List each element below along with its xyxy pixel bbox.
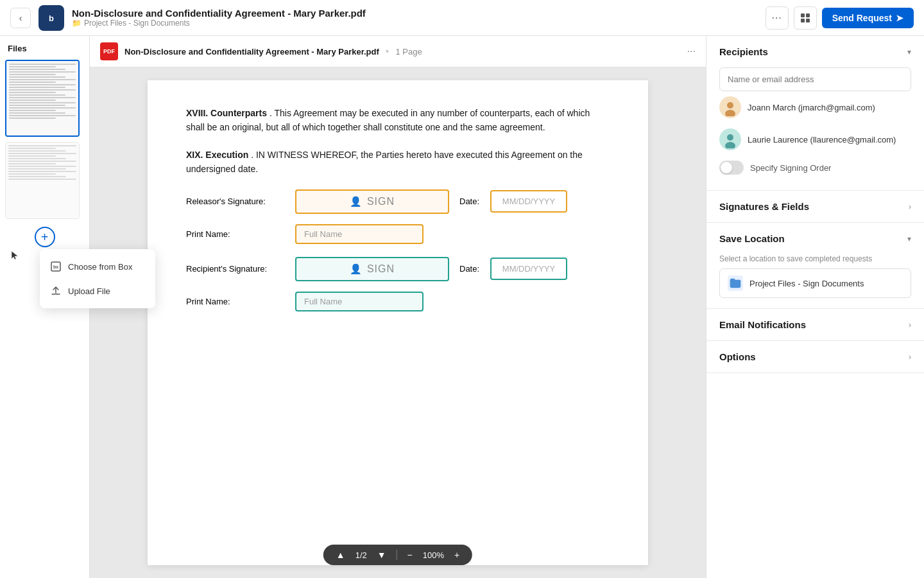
- releasor-sign-icon: 👤: [350, 196, 362, 207]
- recipients-section-header[interactable]: Recipients ▾: [706, 36, 924, 67]
- header-title-block: Non-Disclosure and Confidentiality Agree…: [72, 8, 758, 28]
- document-pages: 1 Page: [395, 47, 422, 57]
- section-19-text: XIX. Execution . IN WITNESS WHEREOF, the…: [186, 148, 610, 177]
- recipient-name-field[interactable]: Full Name: [295, 292, 424, 311]
- add-file-dropdown: bx Choose from Box Upload File: [40, 249, 155, 308]
- document-header: PDF Non-Disclosure and Confidentiality A…: [90, 36, 706, 67]
- layout-icon: [800, 13, 810, 23]
- choose-from-box-label: Choose from Box: [68, 262, 132, 272]
- next-page-button[interactable]: ▼: [375, 550, 389, 560]
- zoom-in-button[interactable]: +: [452, 550, 462, 560]
- right-panel: Recipients ▾ Joann March (jmarch@gmail.c…: [706, 36, 924, 578]
- breadcrumb: 📁 Project Files - Sign Documents: [72, 19, 758, 28]
- recipient-sign-button[interactable]: 👤 SIGN: [295, 257, 449, 281]
- releasor-print-name-label: Print Name:: [186, 229, 295, 239]
- recipient-name-1: Laurie Laurence (llaurence@gmail.com): [748, 135, 896, 144]
- document-viewer: PDF Non-Disclosure and Confidentiality A…: [90, 36, 706, 578]
- file-thumbnail-1[interactable]: [5, 60, 80, 137]
- more-options-button[interactable]: ···: [766, 6, 789, 30]
- svg-text:bx: bx: [53, 265, 58, 269]
- options-title: Options: [719, 351, 756, 362]
- cursor-arrow-icon: [10, 250, 19, 260]
- send-request-button[interactable]: Send Request ➤: [822, 8, 914, 28]
- recipient-print-name-label: Print Name:: [186, 297, 295, 306]
- releasor-signature-row: Releasor's Signature: 👤 SIGN Date: MM/DD…: [186, 189, 610, 214]
- recipients-input[interactable]: [719, 67, 911, 91]
- add-file-button[interactable]: +: [35, 227, 55, 247]
- options-chevron-icon: ›: [909, 353, 911, 362]
- svg-rect-5: [806, 19, 810, 22]
- releasor-sign-button[interactable]: 👤 SIGN: [295, 189, 449, 214]
- save-location-chevron-icon: ▾: [907, 234, 911, 243]
- email-notifications-title: Email Notifications: [719, 319, 806, 330]
- save-location-section: Save Location ▾ Select a location to sav…: [706, 223, 924, 309]
- pagination-toolbar: ▲ 1/2 ▼ − 100% +: [323, 545, 472, 565]
- save-location-value[interactable]: Project Files - Sign Documents: [719, 268, 911, 298]
- save-location-path: Project Files - Sign Documents: [749, 279, 864, 288]
- save-location-description: Select a location to save completed requ…: [719, 254, 911, 263]
- document-more-button[interactable]: ···: [687, 46, 696, 57]
- recipient-date-label: Date:: [459, 264, 485, 274]
- save-location-content: Select a location to save completed requ…: [706, 254, 924, 308]
- upload-icon: [50, 285, 62, 297]
- zoom-out-button[interactable]: −: [405, 550, 415, 560]
- signing-order-label: Specify Signing Order: [750, 163, 831, 173]
- recipient-avatar-1: [719, 128, 741, 150]
- recipient-item-1: Laurie Laurence (llaurence@gmail.com): [719, 123, 911, 155]
- document-content: XVIII. Counterparts . This Agreement may…: [90, 67, 706, 578]
- pdf-icon: PDF: [100, 42, 118, 60]
- recipients-content: Joann March (jmarch@gmail.com) Laurie La…: [706, 67, 924, 190]
- upload-file-item[interactable]: Upload File: [40, 279, 155, 303]
- back-button[interactable]: ‹: [10, 8, 31, 28]
- email-notifications-chevron-icon: ›: [909, 320, 911, 329]
- recipient-date-field[interactable]: MM/DD/YYYY: [490, 258, 567, 280]
- recipient-signature-row: Recipient's Signature: 👤 SIGN Date: MM/D…: [186, 257, 610, 281]
- options-section: Options ›: [706, 341, 924, 373]
- file-thumbnail-2[interactable]: [5, 142, 80, 219]
- prev-page-button[interactable]: ▲: [334, 550, 348, 560]
- recipient-name-0: Joann March (jmarch@gmail.com): [748, 103, 875, 112]
- recipient-sig-label: Recipient's Signature:: [186, 264, 295, 274]
- svg-text:b: b: [49, 13, 54, 23]
- document-name: Non-Disclosure and Confidentiality Agree…: [124, 47, 379, 57]
- signatures-chevron-icon: ›: [909, 202, 911, 211]
- folder-icon: 📁: [72, 19, 81, 28]
- files-panel-title: Files: [5, 44, 84, 53]
- box-icon: bx: [50, 261, 62, 272]
- signing-order-toggle[interactable]: [719, 161, 744, 175]
- app-header: ‹ b Non-Disclosure and Confidentiality A…: [0, 0, 924, 36]
- svg-rect-3: [806, 13, 810, 17]
- document-page: XVIII. Counterparts . This Agreement may…: [148, 80, 648, 565]
- recipient-avatar-0: [719, 96, 741, 118]
- options-section-header[interactable]: Options ›: [706, 341, 924, 372]
- svg-rect-4: [801, 19, 805, 22]
- recipients-title: Recipients: [719, 46, 768, 57]
- recipient-item-0: Joann March (jmarch@gmail.com): [719, 91, 911, 123]
- releasor-date-label: Date:: [459, 197, 485, 206]
- releasor-sig-label: Releasor's Signature:: [186, 197, 295, 206]
- section-18-text: XVIII. Counterparts . This Agreement may…: [186, 106, 610, 135]
- layout-toggle-button[interactable]: [794, 6, 817, 30]
- releasor-date-field[interactable]: MM/DD/YYYY: [490, 190, 567, 213]
- releasor-name-row: Print Name: Full Name: [186, 224, 610, 244]
- svg-rect-2: [801, 13, 805, 17]
- recipient-sign-icon: 👤: [350, 263, 362, 275]
- recipients-section: Recipients ▾ Joann March (jmarch@gmail.c…: [706, 36, 924, 191]
- signatures-section-header[interactable]: Signatures & Fields ›: [706, 191, 924, 222]
- email-notifications-section: Email Notifications ›: [706, 309, 924, 341]
- releasor-name-field[interactable]: Full Name: [295, 224, 424, 244]
- save-location-section-header[interactable]: Save Location ▾: [706, 223, 924, 254]
- app-logo-icon: b: [38, 5, 64, 31]
- svg-marker-6: [12, 251, 18, 259]
- zoom-level: 100%: [423, 550, 444, 560]
- email-notifications-header[interactable]: Email Notifications ›: [706, 309, 924, 340]
- header-actions: ··· Send Request ➤: [766, 6, 914, 30]
- choose-from-box-item[interactable]: bx Choose from Box: [40, 254, 155, 279]
- page-indicator: 1/2: [355, 550, 367, 560]
- recipients-chevron-icon: ▾: [907, 48, 911, 57]
- recipient-name-row: Print Name: Full Name: [186, 292, 610, 311]
- signatures-section: Signatures & Fields ›: [706, 191, 924, 223]
- main-area: Files: [0, 36, 924, 578]
- signatures-title: Signatures & Fields: [719, 201, 809, 212]
- svg-point-10: [727, 102, 733, 109]
